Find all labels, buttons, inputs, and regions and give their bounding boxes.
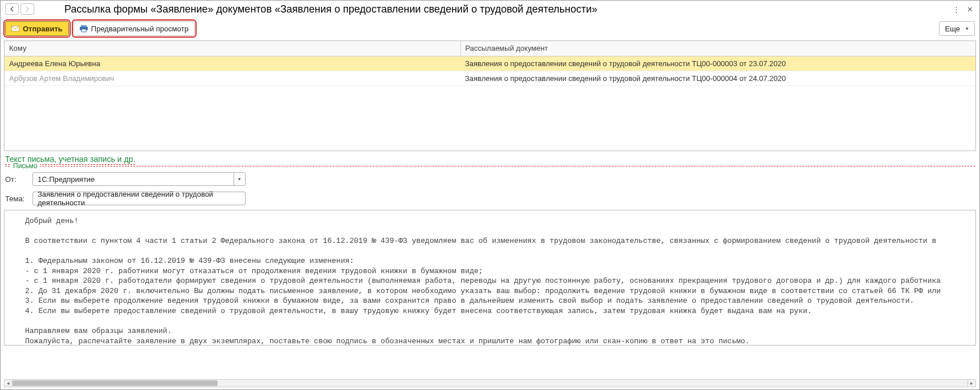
cell-to: Андреева Елена Юрьевна bbox=[5, 56, 460, 71]
cell-to: Арбузов Артем Владимирович bbox=[5, 71, 460, 86]
subject-input[interactable]: Заявления о предоставлении сведений о тр… bbox=[32, 192, 246, 205]
nav-back-button[interactable] bbox=[5, 3, 19, 15]
from-dropdown-button[interactable]: ▾ bbox=[234, 173, 245, 185]
subject-row: Тема: Заявления о предоставлении сведени… bbox=[5, 192, 975, 205]
cell-doc: Заявления о предоставлении сведений о тр… bbox=[460, 56, 975, 71]
group-legend: Письмо bbox=[11, 162, 40, 170]
email-body-text: Добрый день! В соответствии с пунктом 4 … bbox=[5, 210, 975, 346]
scroll-right-button[interactable]: ▸ bbox=[967, 380, 975, 387]
scroll-thumb[interactable] bbox=[13, 380, 218, 386]
toolbar: Отправить Предварительный просмотр Еще ▾ bbox=[1, 18, 979, 39]
nav-forward-button[interactable] bbox=[21, 3, 34, 15]
scroll-left-button[interactable]: ◂ bbox=[5, 380, 13, 387]
send-button-label: Отправить bbox=[23, 25, 63, 33]
subject-value: Заявления о предоставлении сведений о тр… bbox=[38, 190, 240, 207]
svg-rect-1 bbox=[81, 25, 87, 27]
menu-kebab-icon[interactable]: ⋮ bbox=[951, 4, 961, 14]
preview-button[interactable]: Предварительный просмотр bbox=[74, 21, 195, 36]
cell-doc: Заявления о предоставлении сведений о тр… bbox=[460, 71, 975, 86]
col-header-to[interactable]: Кому bbox=[5, 41, 460, 56]
table-row[interactable]: Арбузов Артем Владимирович Заявления о п… bbox=[5, 71, 975, 86]
more-button[interactable]: Еще ▾ bbox=[939, 21, 975, 36]
mail-icon bbox=[11, 26, 19, 31]
col-header-doc[interactable]: Рассылаемый документ bbox=[460, 41, 975, 56]
subject-label: Тема: bbox=[5, 194, 29, 203]
table-row[interactable]: Андреева Елена Юрьевна Заявления о предо… bbox=[5, 56, 975, 71]
chevron-down-icon: ▾ bbox=[966, 26, 969, 31]
arrow-left-icon bbox=[9, 6, 15, 12]
preview-button-label: Предварительный просмотр bbox=[91, 25, 189, 33]
email-group: Письмо От: 1С:Предприятие ▾ Тема: Заявле… bbox=[5, 166, 975, 205]
close-icon[interactable]: ✕ bbox=[965, 4, 975, 14]
svg-rect-3 bbox=[81, 29, 86, 32]
from-label: От: bbox=[5, 175, 29, 184]
titlebar: Рассылка формы «Заявление» документов «З… bbox=[1, 1, 979, 18]
horizontal-scrollbar[interactable]: ◂ ▸ bbox=[4, 379, 976, 387]
send-button[interactable]: Отправить bbox=[5, 21, 69, 36]
more-button-label: Еще bbox=[945, 25, 960, 33]
arrow-right-icon bbox=[24, 6, 30, 12]
page-title: Рассылка формы «Заявление» документов «З… bbox=[64, 3, 948, 15]
from-value: 1С:Предприятие bbox=[33, 175, 234, 184]
chevron-down-icon: ▾ bbox=[238, 176, 241, 182]
print-icon bbox=[80, 25, 88, 32]
expander-link-row: Текст письма, учетная запись и др. bbox=[5, 155, 975, 164]
from-row: От: 1С:Предприятие ▾ bbox=[5, 172, 975, 186]
from-select[interactable]: 1С:Предприятие ▾ bbox=[32, 172, 246, 186]
email-body-editor[interactable]: Добрый день! В соответствии с пунктом 4 … bbox=[4, 210, 976, 346]
recipients-table[interactable]: Кому Рассылаемый документ Андреева Елена… bbox=[4, 40, 976, 151]
app-window: Рассылка формы «Заявление» документов «З… bbox=[0, 0, 980, 390]
